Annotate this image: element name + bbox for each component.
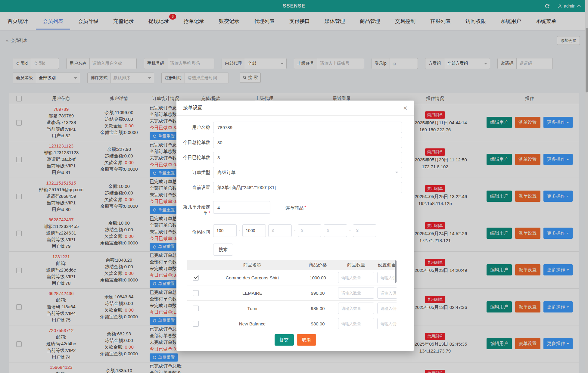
username-input[interactable] <box>213 122 402 133</box>
product-search-button[interactable]: 搜索 <box>213 244 233 256</box>
price-max-input-1[interactable] <box>242 224 266 237</box>
submit-button[interactable]: 提交 <box>275 334 294 346</box>
product-price: 1000.00 <box>300 275 335 280</box>
username-label: 用户名称 <box>182 122 210 133</box>
today-total-input[interactable] <box>213 137 402 148</box>
product-name: New Balance <box>204 321 300 326</box>
product-scrollbar-thumb[interactable] <box>395 260 397 283</box>
today-done-label: 今日已抢单数 <box>182 152 210 163</box>
product-row: LEMAIRE 990.00 <box>187 285 397 301</box>
product-row: Comme des Garçons Shirt 1000.00 <box>187 270 397 285</box>
start-order-label: 第几单开始连单* <box>182 201 210 216</box>
required-asterisk: * <box>208 210 210 215</box>
product-checkbox[interactable] <box>193 290 199 296</box>
today-done-input[interactable] <box>213 152 402 163</box>
price-min-input-3[interactable] <box>324 224 347 237</box>
dispatch-settings-modal: 派单设置 × 用户名称 今日总抢单数 今日已抢单数 订单类型 <box>176 101 414 351</box>
current-setting-label: 当前设置 <box>182 182 210 193</box>
col-product-qty: 商品数量 <box>335 262 377 268</box>
product-checkbox[interactable] <box>193 321 199 327</box>
product-name: Comme des Garçons Shirt <box>204 275 300 280</box>
price-min-input-2[interactable] <box>268 224 292 237</box>
product-checkbox[interactable] <box>193 275 199 281</box>
product-row: Tumi 985.00 <box>187 301 397 316</box>
modal-title: 派单设置 <box>183 105 202 111</box>
commission-input[interactable] <box>377 318 397 329</box>
quantity-input[interactable] <box>338 287 374 299</box>
commission-input[interactable] <box>377 287 397 299</box>
col-product-price: 商品价格 <box>300 262 335 268</box>
commission-input[interactable] <box>377 303 397 314</box>
chevron-down-icon <box>395 172 398 175</box>
price-max-input-3[interactable] <box>353 224 376 237</box>
product-table-header: 商品名称 商品价格 商品数量 设置佣金 <box>187 260 397 270</box>
quantity-input[interactable] <box>338 318 374 329</box>
close-icon[interactable]: × <box>403 104 407 112</box>
quantity-input[interactable] <box>338 303 374 314</box>
today-total-label: 今日总抢单数 <box>182 137 210 148</box>
start-order-input[interactable] <box>213 201 270 214</box>
chain-goods-label: 连单商品* <box>285 201 306 216</box>
commission-input[interactable] <box>377 272 397 283</box>
cancel-button[interactable]: 取消 <box>297 334 316 346</box>
product-row: New Balance 980.00 <box>187 316 397 329</box>
order-type-label: 订单类型 <box>182 167 210 178</box>
price-range-label: 价格区间 <box>182 226 210 235</box>
product-checkbox[interactable] <box>193 306 199 311</box>
col-product-fee: 设置佣金 <box>377 262 397 268</box>
current-setting-input[interactable] <box>213 182 402 193</box>
product-price: 980.00 <box>300 321 335 326</box>
product-name: Tumi <box>204 306 300 311</box>
product-price: 990.00 <box>300 291 335 296</box>
price-min-input-1[interactable] <box>213 224 237 237</box>
admin-page: SSENSE admin 首页统计 会员列表 会员等级 充值记录 提现记录 6 … <box>0 0 588 373</box>
product-price: 985.00 <box>300 306 335 311</box>
order-type-select[interactable] <box>213 167 402 178</box>
product-table: 商品名称 商品价格 商品数量 设置佣金 Comme des Garçons Sh… <box>187 260 397 329</box>
required-asterisk: * <box>304 204 306 210</box>
col-product-name: 商品名称 <box>204 262 300 268</box>
quantity-input[interactable] <box>338 272 374 283</box>
product-name: LEMAIRE <box>204 291 300 296</box>
price-max-input-2[interactable] <box>298 224 321 237</box>
